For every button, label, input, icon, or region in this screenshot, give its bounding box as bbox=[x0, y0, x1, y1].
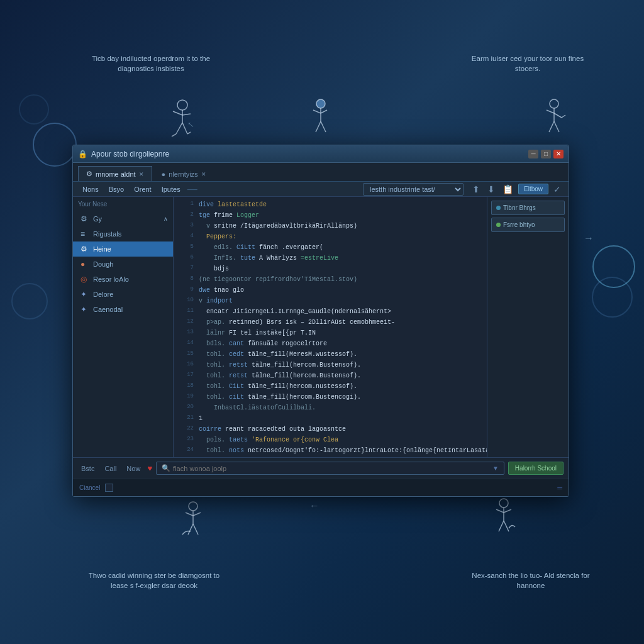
bstc-button[interactable]: Bstc bbox=[78, 464, 97, 474]
top-left-arrow: ↓ bbox=[186, 119, 197, 131]
svg-line-19 bbox=[554, 121, 559, 132]
right-panel: Tlbnr Bhrgs Fsrre bhtyo bbox=[487, 197, 569, 457]
menu-orent[interactable]: Orent bbox=[130, 184, 156, 194]
upload-button[interactable]: ⬆ bbox=[470, 183, 482, 196]
code-line: 1 dive lastetastetde bbox=[174, 199, 487, 210]
sidebar-item-delore[interactable]: ✦ Delore bbox=[73, 287, 173, 302]
maximize-button[interactable]: □ bbox=[541, 150, 551, 158]
svg-point-14 bbox=[550, 99, 558, 108]
svg-line-18 bbox=[549, 121, 554, 132]
svg-line-11 bbox=[321, 110, 327, 113]
svg-line-23 bbox=[186, 513, 193, 516]
bottom-left-annotation: Thwo cadid winning ster be diamgosnt to … bbox=[82, 570, 226, 591]
code-line: 25 pols. rooor reaiZbg.8. scäFsi-oasC A … bbox=[174, 456, 487, 457]
svg-line-3 bbox=[182, 114, 191, 115]
sidebar-icon-gy: ⚙ bbox=[80, 214, 89, 223]
code-line: 20 InbastCl.iästatofCulilbali. bbox=[174, 402, 487, 413]
tab-icon-2: ● bbox=[162, 170, 166, 178]
sidebar-icon-caenodal: ✦ bbox=[80, 305, 89, 314]
code-editor[interactable]: 1 dive lastetastetde 2 tge frime Logger … bbox=[174, 197, 487, 457]
code-line: 22 coirre reant racacedted outa lagoasnt… bbox=[174, 424, 487, 435]
sidebar-item-rigustals[interactable]: ≡ Rigustals bbox=[73, 226, 173, 242]
menu-nons[interactable]: Nons bbox=[78, 184, 103, 194]
svg-line-26 bbox=[193, 524, 198, 535]
minimize-button[interactable]: ─ bbox=[528, 150, 538, 158]
checkbox[interactable] bbox=[105, 484, 113, 492]
bottom-bar: Bstc Call Now ♥ 🔍 ▼ Halorrh School bbox=[73, 457, 569, 479]
svg-line-13 bbox=[321, 121, 326, 132]
sidebar-item-gy[interactable]: ⚙ Gy ∧ bbox=[73, 211, 173, 226]
sidebar-item-resorloalo[interactable]: ◎ Resor loAlo bbox=[73, 272, 173, 287]
right-panel-item-1[interactable]: Tlbnr Bhrgs bbox=[491, 201, 565, 215]
top-left-annotation: Ticb day indilucted operdrom it to the d… bbox=[88, 53, 214, 74]
code-line: 15 tohl. cedt tälne_fill(MeresM.wustesso… bbox=[174, 349, 487, 360]
tab-nlerntyizs[interactable]: ● nlerntyizs ✕ bbox=[153, 167, 214, 181]
code-line: 2 tge frime Logger bbox=[174, 210, 487, 221]
tab-close-2[interactable]: ✕ bbox=[201, 171, 206, 177]
search-bar: 🔍 ▼ bbox=[156, 462, 504, 475]
window-title: Apour stob dirgoliepnre bbox=[91, 150, 169, 158]
now-button[interactable]: Now bbox=[123, 464, 143, 474]
svg-line-24 bbox=[193, 513, 201, 516]
search-dropdown-arrow[interactable]: ▼ bbox=[492, 465, 499, 472]
svg-line-31 bbox=[499, 521, 504, 531]
main-window: 🔒 Apour stob dirgoliepnre ─ □ ✕ ⚙ mnome … bbox=[72, 145, 569, 497]
sidebar-icon-delore: ✦ bbox=[80, 290, 89, 299]
menu-iputes[interactable]: Iputes bbox=[157, 184, 185, 194]
code-line: 24 tohl. nots netrcosed/Oognt'fo:-lartog… bbox=[174, 445, 487, 456]
code-line: 16 tohl. retst tälne_fill(hercom.Bustens… bbox=[174, 360, 487, 370]
sidebar-item-heine[interactable]: ⚙ Heine bbox=[73, 242, 173, 257]
code-line: 6 InfIs. tute A Whärlyzs =estreLive bbox=[174, 253, 487, 264]
search-icon: 🔍 bbox=[162, 464, 170, 472]
download-button[interactable]: ⬇ bbox=[485, 183, 497, 196]
tab-close-1[interactable]: ✕ bbox=[139, 171, 144, 177]
sidebar-header: Your Nese bbox=[73, 197, 173, 211]
code-line: 3 v sritne /ItägaredäbavltbrikäRirAllänp… bbox=[174, 221, 487, 231]
elbow-button[interactable]: Eltbow bbox=[518, 184, 548, 194]
window-icon: 🔒 bbox=[78, 150, 87, 158]
content-area: 1 dive lastetastetde 2 tge frime Logger … bbox=[174, 197, 569, 457]
sidebar-arrow-gy: ∧ bbox=[164, 216, 168, 222]
menu-dropdown[interactable]: lestth industrinte tast/ bbox=[363, 183, 464, 196]
tab-bar: ⚙ mnome aldnt ✕ ● nlerntyizs ✕ bbox=[73, 163, 569, 182]
sidebar-icon-heine: ⚙ bbox=[80, 245, 89, 253]
check-button[interactable]: ✓ bbox=[551, 183, 564, 196]
svg-line-17 bbox=[554, 113, 562, 118]
tab-icon-1: ⚙ bbox=[86, 170, 92, 178]
svg-line-16 bbox=[547, 110, 554, 113]
right-arrow: → bbox=[584, 233, 594, 244]
bottom-right-annotation: Nex-sanch the lio tuo- Ald stencla for h… bbox=[468, 570, 594, 591]
sidebar-icon-rigustals: ≡ bbox=[80, 230, 89, 238]
svg-line-7 bbox=[172, 134, 176, 136]
svg-point-8 bbox=[316, 99, 325, 108]
svg-line-29 bbox=[496, 509, 504, 513]
code-line: 21 1 bbox=[174, 413, 487, 424]
code-line: 10 v indport bbox=[174, 296, 487, 306]
tab-mnome-aldnt[interactable]: ⚙ mnome aldnt ✕ bbox=[78, 166, 152, 181]
search-input[interactable] bbox=[173, 465, 490, 472]
code-line: 18 tohl. CiLt tälne_fill(hercom.nustesso… bbox=[174, 381, 487, 392]
right-panel-item-2[interactable]: Fsrre bhtyo bbox=[491, 218, 565, 232]
code-line: 13 lälnr FI tel instäke[{pr T.IN bbox=[174, 328, 487, 338]
sidebar-item-dough[interactable]: ● Dough bbox=[73, 257, 173, 272]
svg-point-27 bbox=[499, 499, 508, 508]
cancel-button[interactable]: Ciancel bbox=[79, 484, 100, 491]
svg-line-20 bbox=[562, 115, 565, 118]
svg-line-12 bbox=[316, 121, 321, 132]
svg-line-2 bbox=[173, 111, 182, 115]
svg-line-10 bbox=[313, 110, 321, 113]
copy-button[interactable]: 📋 bbox=[500, 183, 516, 196]
sidebar-item-caenodal[interactable]: ✦ Caenodal bbox=[73, 302, 173, 317]
health-school-button[interactable]: Halorrh School bbox=[508, 462, 564, 475]
code-line: 12 p>ap. retinned) Bsrs isk – 2DllirAüst… bbox=[174, 317, 487, 328]
sidebar-icon-dough: ● bbox=[80, 260, 89, 269]
svg-line-32 bbox=[504, 521, 509, 531]
call-button[interactable]: Call bbox=[101, 464, 119, 474]
menu-bsyo[interactable]: Bsyo bbox=[104, 184, 128, 194]
main-area: Your Nese ⚙ Gy ∧ ≡ Rigustals ⚙ Heine ● D… bbox=[73, 197, 569, 457]
close-button[interactable]: ✕ bbox=[553, 150, 564, 158]
code-line: 23 pols. taets 'Rafonance or{conw Clea bbox=[174, 435, 487, 445]
sidebar-icon-resorloalo: ◎ bbox=[80, 275, 89, 284]
svg-line-25 bbox=[188, 524, 193, 535]
right-panel-dot-1 bbox=[496, 206, 501, 210]
